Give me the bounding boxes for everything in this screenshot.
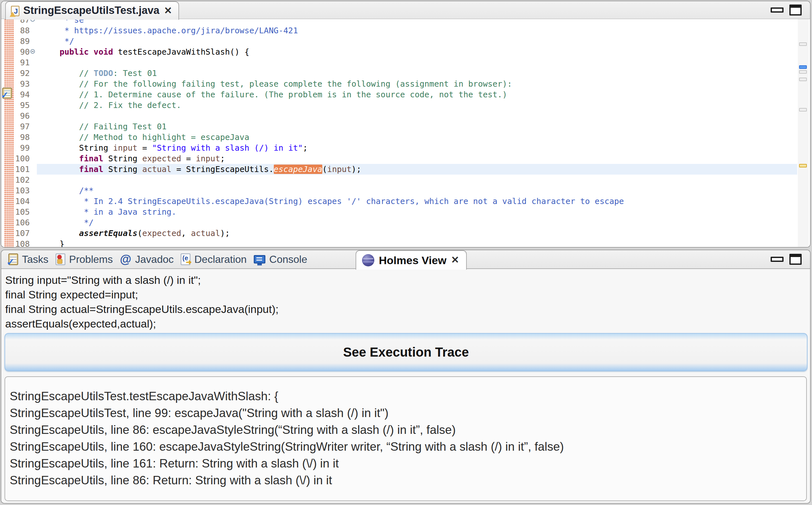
code-text: * in a Java string. [37, 207, 797, 217]
line-number[interactable]: 107 [14, 228, 30, 238]
line-number[interactable]: 91 [14, 57, 30, 68]
line-number[interactable]: 106 [14, 217, 30, 228]
holmes-view-content: String input="String with a slash (/) in… [1, 269, 810, 503]
line-number[interactable]: 96 [14, 111, 30, 121]
line-number[interactable]: 95 [14, 100, 30, 111]
tab-holmes-view[interactable]: Holmes View ✕ [356, 250, 467, 270]
code-text: assertEquals(expected, actual); [37, 228, 797, 238]
line-number[interactable]: 93 [14, 78, 30, 89]
code-line[interactable]: 90 public void testEscapeJavaWithSlash()… [14, 46, 797, 57]
line-number[interactable]: 87 [14, 19, 30, 25]
fold-column [30, 238, 37, 247]
ruler-marker-gray[interactable] [799, 42, 807, 46]
ruler-marker-gray[interactable] [799, 77, 807, 81]
fold-column [30, 57, 37, 68]
code-area[interactable]: 87 * se88 * https://issues.apache.org/ji… [14, 19, 797, 247]
code-line[interactable]: 97 // Failing Test 01 [14, 121, 797, 132]
trace-output: StringEscapeUtilsTest.testEscapeJavaWith… [5, 376, 807, 501]
tab-label: Tasks [22, 254, 48, 266]
line-number[interactable]: 105 [14, 207, 30, 217]
line-number[interactable]: 97 [14, 121, 30, 132]
code-text: // Method to highlight = escapeJava [37, 132, 797, 143]
tab-declaration[interactable]: Declaration [181, 254, 247, 266]
tab-tasks[interactable]: Tasks [8, 254, 48, 266]
editor-tab-title: StringEscapeUtilsTest.java [23, 4, 159, 16]
tab-javadoc[interactable]: @Javadoc [120, 254, 174, 266]
line-number[interactable]: 98 [14, 132, 30, 143]
ruler-marker-yellow[interactable] [799, 164, 807, 167]
code-line[interactable]: 96 [14, 111, 797, 121]
line-number[interactable]: 102 [14, 175, 30, 185]
code-line[interactable]: 94 // 1. Determine cause of the failure.… [14, 89, 797, 100]
tab-problems[interactable]: Problems [56, 254, 113, 266]
line-number[interactable]: 99 [14, 143, 30, 153]
fold-column [30, 100, 37, 111]
editor-tab-close-icon[interactable]: ✕ [164, 6, 172, 15]
code-line[interactable]: 102 [14, 175, 797, 185]
code-text: final String expected = input; [37, 153, 797, 164]
code-line[interactable]: 93 // For the following failing test, pl… [14, 78, 797, 89]
see-execution-trace-button[interactable]: See Execution Trace [5, 333, 807, 371]
ruler-marker-blue[interactable] [799, 65, 807, 69]
code-line[interactable]: 107 assertEquals(expected, actual); [14, 228, 797, 238]
fold-column [30, 217, 37, 228]
line-number[interactable]: 100 [14, 153, 30, 164]
code-line[interactable]: 88 * https://issues.apache.org/jira/brow… [14, 25, 797, 36]
ruler-marker-gray[interactable] [799, 70, 807, 74]
eclipse-workbench: { "editor": { "tab": {"title": "StringEs… [0, 0, 812, 505]
code-text [37, 111, 797, 121]
line-number[interactable]: 103 [14, 185, 30, 196]
code-line[interactable]: 98 // Method to highlight = escapeJava [14, 132, 797, 143]
fold-column [30, 153, 37, 164]
tab-label: Declaration [194, 254, 247, 266]
fold-column [30, 143, 37, 153]
fold-collapse-icon[interactable] [30, 49, 35, 54]
code-line[interactable]: 100 final String expected = input; [14, 153, 797, 164]
line-number[interactable]: 90 [14, 46, 30, 57]
code-line[interactable]: 91 [14, 57, 797, 68]
trace-line: StringEscapeUtilsTest.testEscapeJavaWith… [10, 388, 802, 405]
code-line[interactable]: 108 } [14, 238, 797, 247]
tab-label: Console [269, 254, 307, 266]
code-line[interactable]: 104 * In 2.4 StringEscapeUtils.escapeJav… [14, 196, 797, 207]
minimize-icon[interactable] [771, 7, 784, 13]
minimize-icon[interactable] [771, 257, 784, 262]
line-number[interactable]: 94 [14, 89, 30, 100]
line-number[interactable]: 104 [14, 196, 30, 207]
line-number[interactable]: 92 [14, 68, 30, 78]
code-text: String input = "String with a slash (/) … [37, 143, 797, 153]
line-number[interactable]: 101 [14, 164, 30, 175]
code-line[interactable]: 103 /** [14, 185, 797, 196]
task-marker-icon[interactable] [2, 88, 12, 99]
line-number[interactable]: 89 [14, 36, 30, 46]
code-line[interactable]: 92 // TODO: Test 01 [14, 68, 797, 78]
code-line[interactable]: 87 * se [14, 19, 797, 25]
code-text: // TODO: Test 01 [37, 68, 797, 78]
editor-tab-stringescapeutilstest[interactable]: StringEscapeUtilsTest.java ✕ [5, 1, 179, 20]
overview-ruler[interactable] [798, 19, 809, 247]
code-line[interactable]: 89 */ [14, 36, 797, 46]
line-number[interactable]: 88 [14, 25, 30, 36]
code-text: /** [37, 185, 797, 196]
fold-column [30, 89, 37, 100]
code-text: */ [37, 36, 797, 46]
code-line[interactable]: 95 // 2. Fix the defect. [14, 100, 797, 111]
fold-column [30, 111, 37, 121]
code-line-current[interactable]: 101 final String actual = StringEscapeUt… [14, 164, 797, 175]
code-text: final String actual = StringEscapeUtils.… [37, 164, 797, 175]
java-file-warning-icon [11, 6, 19, 16]
holmes-tab-close-icon[interactable]: ✕ [451, 255, 459, 265]
fold-column [30, 228, 37, 238]
ruler-marker-gray[interactable] [799, 108, 807, 112]
tasks-icon [8, 254, 18, 265]
tab-console[interactable]: Console [254, 254, 307, 266]
line-number[interactable]: 108 [14, 238, 30, 247]
fold-column [30, 36, 37, 46]
code-line[interactable]: 99 String input = "String with a slash (… [14, 143, 797, 153]
code-text: // For the following failing test, pleas… [37, 78, 797, 89]
maximize-icon[interactable] [789, 5, 802, 15]
maximize-icon[interactable] [789, 254, 802, 265]
tab-label: Javadoc [135, 254, 174, 266]
code-line[interactable]: 106 */ [14, 217, 797, 228]
code-line[interactable]: 105 * in a Java string. [14, 207, 797, 217]
